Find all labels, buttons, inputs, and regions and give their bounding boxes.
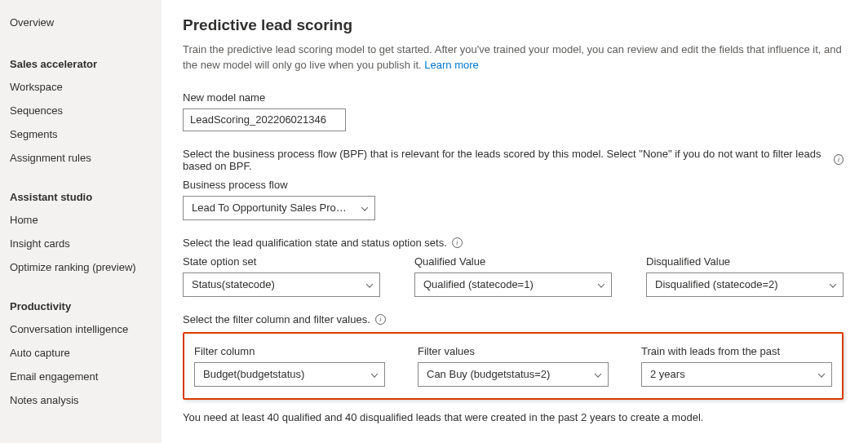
filter-column-label: Filter column bbox=[194, 345, 385, 357]
nav-sequences[interactable]: Sequences bbox=[10, 99, 162, 122]
qualified-label: Qualified Value bbox=[414, 255, 612, 268]
chevron-down-icon bbox=[595, 370, 601, 377]
nav-conversation-intelligence[interactable]: Conversation intelligence bbox=[10, 317, 162, 341]
train-past-label: Train with leads from the past bbox=[641, 345, 832, 357]
desc-text: Train the predictive lead scoring model … bbox=[183, 43, 842, 71]
nav-auto-capture[interactable]: Auto capture bbox=[10, 341, 162, 365]
chevron-down-icon bbox=[366, 281, 373, 287]
nav-overview[interactable]: Overview bbox=[10, 8, 162, 37]
train-past-dropdown[interactable]: 2 years bbox=[641, 362, 832, 387]
nav-notes-analysis[interactable]: Notes analysis bbox=[10, 388, 162, 412]
nav-segments[interactable]: Segments bbox=[10, 122, 162, 146]
chevron-down-icon bbox=[818, 370, 825, 377]
qualified-value: Qualified (statecode=1) bbox=[423, 278, 534, 290]
state-help-text: Select the lead qualification state and … bbox=[183, 237, 844, 249]
state-help-span: Select the lead qualification state and … bbox=[183, 237, 447, 249]
info-icon[interactable]: i bbox=[452, 237, 463, 248]
nav-assignment-rules[interactable]: Assignment rules bbox=[10, 146, 162, 170]
page-title: Predictive lead scoring bbox=[183, 16, 844, 34]
disqualified-dropdown[interactable]: Disqualified (statecode=2) bbox=[646, 272, 844, 297]
info-icon[interactable]: i bbox=[375, 314, 386, 325]
filter-help-span: Select the filter column and filter valu… bbox=[183, 313, 370, 326]
chevron-down-icon bbox=[361, 204, 368, 210]
learn-more-link[interactable]: Learn more bbox=[424, 59, 478, 71]
filter-values-label: Filter values bbox=[418, 345, 609, 357]
page-description: Train the predictive lead scoring model … bbox=[183, 42, 844, 73]
bpf-value: Lead To Opportunity Sales Process bbox=[192, 202, 352, 214]
state-option-dropdown[interactable]: Status(statecode) bbox=[183, 272, 380, 297]
nav-home[interactable]: Home bbox=[10, 208, 162, 232]
model-name-input[interactable] bbox=[183, 109, 346, 131]
main-content: Predictive lead scoring Train the predic… bbox=[162, 0, 868, 443]
filter-column-value: Budget(budgetstatus) bbox=[203, 368, 304, 380]
filter-column-dropdown[interactable]: Budget(budgetstatus) bbox=[194, 362, 385, 387]
bpf-help-text: Select the business process flow (BPF) t… bbox=[183, 148, 844, 172]
chevron-down-icon bbox=[371, 370, 378, 377]
sidebar: Overview Sales accelerator Workspace Seq… bbox=[0, 0, 162, 443]
disqualified-value: Disqualified (statecode=2) bbox=[655, 278, 778, 290]
bpf-label: Business process flow bbox=[183, 179, 844, 191]
state-option-label: State option set bbox=[183, 255, 380, 268]
bpf-help-span: Select the business process flow (BPF) t… bbox=[183, 148, 829, 172]
bpf-dropdown[interactable]: Lead To Opportunity Sales Process bbox=[183, 196, 375, 220]
filter-values-value: Can Buy (budgetstatus=2) bbox=[427, 368, 550, 380]
nav-heading-productivity: Productivity bbox=[10, 294, 162, 317]
train-past-value: 2 years bbox=[650, 368, 685, 380]
nav-heading-sales-accelerator: Sales accelerator bbox=[10, 51, 162, 75]
nav-email-engagement[interactable]: Email engagement bbox=[10, 365, 162, 388]
qualified-dropdown[interactable]: Qualified (statecode=1) bbox=[414, 272, 612, 297]
chevron-down-icon bbox=[598, 281, 604, 287]
nav-heading-assistant-studio: Assistant studio bbox=[10, 184, 162, 208]
model-name-label: New model name bbox=[183, 91, 844, 104]
chevron-down-icon bbox=[830, 281, 836, 287]
filter-highlight-box: Filter column Budget(budgetstatus) Filte… bbox=[183, 332, 844, 400]
state-option-value: Status(statecode) bbox=[192, 278, 275, 290]
nav-insight-cards[interactable]: Insight cards bbox=[10, 232, 162, 255]
filter-help-text: Select the filter column and filter valu… bbox=[183, 313, 844, 326]
disqualified-label: Disqualified Value bbox=[646, 255, 844, 268]
filter-values-dropdown[interactable]: Can Buy (budgetstatus=2) bbox=[418, 362, 609, 387]
nav-optimize-ranking[interactable]: Optimize ranking (preview) bbox=[10, 255, 162, 279]
nav-workspace[interactable]: Workspace bbox=[10, 75, 162, 99]
requirements-note: You need at least 40 qualified and 40 di… bbox=[183, 411, 844, 423]
info-icon[interactable]: i bbox=[834, 154, 844, 165]
